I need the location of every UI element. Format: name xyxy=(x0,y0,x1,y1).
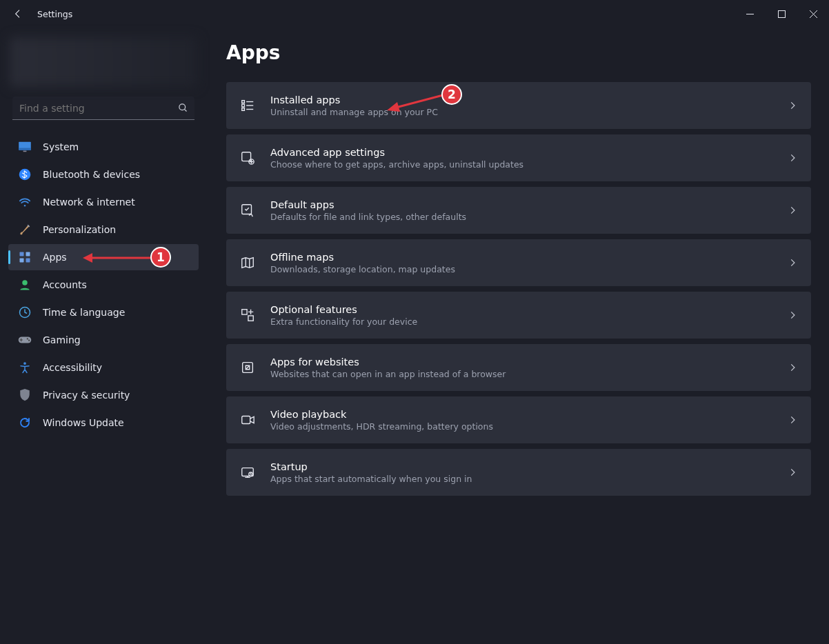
startup-icon xyxy=(240,465,255,480)
svg-marker-38 xyxy=(387,102,400,112)
user-profile[interactable] xyxy=(10,37,197,87)
sidebar-item-personalization[interactable]: Personalization xyxy=(8,217,199,243)
svg-point-17 xyxy=(27,338,28,339)
card-subtitle: Choose where to get apps, archive apps, … xyxy=(270,159,772,170)
card-subtitle: Websites that can open in an app instead… xyxy=(270,369,772,379)
window-title: Settings xyxy=(37,9,72,19)
window-controls xyxy=(734,2,829,26)
wifi-icon xyxy=(18,195,32,209)
sidebar-item-label: Personalization xyxy=(43,224,116,235)
search-box[interactable] xyxy=(12,97,194,120)
default-apps-icon xyxy=(240,203,255,218)
chevron-right-icon xyxy=(788,205,797,215)
close-button[interactable] xyxy=(797,2,829,26)
card-optional-features[interactable]: Optional features Extra functionality fo… xyxy=(226,292,811,339)
svg-rect-32 xyxy=(242,416,250,424)
sidebar-item-network[interactable]: Network & internet xyxy=(8,189,199,215)
page-title: Apps xyxy=(226,41,811,64)
maximize-button[interactable] xyxy=(766,2,797,26)
svg-point-14 xyxy=(22,280,28,285)
annotation-badge-2: 2 xyxy=(441,84,462,105)
svg-rect-1 xyxy=(778,10,785,17)
card-offline-maps[interactable]: Offline maps Downloads, storage location… xyxy=(226,239,811,286)
svg-line-37 xyxy=(396,94,446,108)
chevron-right-icon xyxy=(788,258,797,268)
sidebar-item-windows-update[interactable]: Windows Update xyxy=(8,410,199,436)
apps-icon xyxy=(18,250,32,264)
card-title: Installed apps xyxy=(270,94,772,105)
svg-point-4 xyxy=(179,104,185,110)
annotation-badge-1: 1 xyxy=(150,247,171,268)
svg-line-5 xyxy=(184,109,186,111)
sidebar-item-system[interactable]: System xyxy=(8,134,199,160)
gamepad-icon xyxy=(18,333,32,347)
card-title: Video playback xyxy=(270,409,772,420)
back-button[interactable] xyxy=(12,8,23,19)
chevron-right-icon xyxy=(788,467,797,477)
apps-websites-icon xyxy=(240,360,255,375)
annotation-arrow-1 xyxy=(83,250,152,265)
sidebar-item-label: Accounts xyxy=(43,279,87,290)
card-subtitle: Video adjustments, HDR streaming, batter… xyxy=(270,421,772,432)
sidebar-item-privacy-security[interactable]: Privacy & security xyxy=(8,382,199,408)
card-title: Startup xyxy=(270,461,772,472)
sidebar-item-gaming[interactable]: Gaming xyxy=(8,327,199,353)
card-advanced-app-settings[interactable]: Advanced app settings Choose where to ge… xyxy=(226,134,811,181)
chevron-right-icon xyxy=(788,153,797,163)
search-input[interactable] xyxy=(12,103,171,114)
chevron-right-icon xyxy=(788,363,797,372)
svg-rect-21 xyxy=(242,108,245,111)
annotation-arrow-2 xyxy=(386,91,448,113)
sidebar-item-label: System xyxy=(43,141,79,152)
card-subtitle: Uninstall and manage apps on your PC xyxy=(270,107,772,117)
svg-marker-36 xyxy=(83,253,92,263)
svg-rect-25 xyxy=(242,104,245,107)
svg-rect-8 xyxy=(23,151,27,152)
sidebar-item-label: Accessibility xyxy=(43,362,102,373)
installed-apps-icon xyxy=(240,98,255,113)
svg-rect-30 xyxy=(248,316,253,321)
card-installed-apps[interactable]: Installed apps Uninstall and manage apps… xyxy=(226,82,811,129)
svg-rect-13 xyxy=(26,259,30,263)
sidebar-item-label: Apps xyxy=(43,252,67,263)
svg-point-18 xyxy=(28,340,30,341)
search-icon xyxy=(171,103,194,113)
card-startup[interactable]: Startup Apps that start automatically wh… xyxy=(226,449,811,496)
card-title: Advanced app settings xyxy=(270,147,772,158)
card-video-playback[interactable]: Video playback Video adjustments, HDR st… xyxy=(226,396,811,443)
sidebar-item-label: Bluetooth & devices xyxy=(43,169,140,180)
settings-card-list: Installed apps Uninstall and manage apps… xyxy=(226,82,811,499)
card-subtitle: Apps that start automatically when you s… xyxy=(270,474,772,484)
chevron-right-icon xyxy=(788,415,797,425)
sidebar-item-label: Privacy & security xyxy=(43,390,130,401)
titlebar: Settings xyxy=(0,0,829,28)
minimize-button[interactable] xyxy=(734,2,766,26)
svg-rect-7 xyxy=(19,148,31,150)
card-title: Apps for websites xyxy=(270,356,772,368)
card-default-apps[interactable]: Default apps Defaults for file and link … xyxy=(226,187,811,234)
svg-rect-11 xyxy=(26,252,30,256)
card-title: Default apps xyxy=(270,199,772,210)
card-title: Optional features xyxy=(270,304,772,315)
card-subtitle: Extra functionality for your device xyxy=(270,316,772,327)
system-icon xyxy=(18,140,32,154)
sidebar-item-bluetooth[interactable]: Bluetooth & devices xyxy=(8,161,199,188)
svg-rect-12 xyxy=(20,259,24,263)
sidebar-item-accessibility[interactable]: Accessibility xyxy=(8,354,199,381)
card-apps-for-websites[interactable]: Apps for websites Websites that can open… xyxy=(226,344,811,391)
sidebar-item-label: Windows Update xyxy=(43,417,124,428)
chevron-right-icon xyxy=(788,101,797,110)
paintbrush-icon xyxy=(18,223,32,237)
optional-features-icon xyxy=(240,308,255,323)
shield-icon xyxy=(18,388,32,402)
svg-rect-10 xyxy=(20,252,24,256)
clock-globe-icon xyxy=(18,305,32,319)
advanced-apps-icon xyxy=(240,150,255,165)
sidebar-item-time-language[interactable]: Time & language xyxy=(8,299,199,325)
update-icon xyxy=(18,416,32,430)
person-icon xyxy=(18,278,32,292)
sidebar-item-label: Gaming xyxy=(43,334,81,345)
card-subtitle: Defaults for file and link types, other … xyxy=(270,212,772,222)
svg-point-19 xyxy=(23,362,26,365)
sidebar-item-accounts[interactable]: Accounts xyxy=(8,272,199,298)
